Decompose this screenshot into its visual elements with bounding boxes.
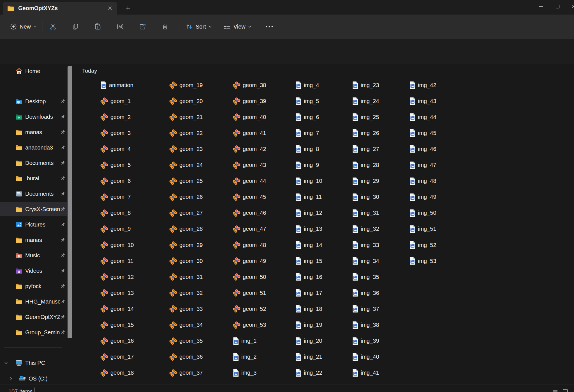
- file-item[interactable]: geom_8: [99, 208, 132, 218]
- sidebar-item-documents[interactable]: Documents: [0, 187, 67, 201]
- file-item[interactable]: geom_27: [168, 208, 204, 218]
- sidebar-item-hhg-manusc[interactable]: HHG_Manusc: [0, 295, 67, 309]
- file-item[interactable]: img_9: [293, 160, 321, 170]
- file-item[interactable]: geom_25: [168, 176, 204, 186]
- file-item[interactable]: img_43: [408, 96, 438, 106]
- file-item[interactable]: geom_34: [168, 320, 204, 330]
- file-item[interactable]: img_40: [350, 352, 381, 362]
- file-item[interactable]: geom_7: [99, 192, 132, 202]
- file-item[interactable]: img_24: [350, 96, 381, 106]
- paste-button[interactable]: [90, 19, 106, 34]
- sidebar-item-burai[interactable]: .burai: [0, 171, 67, 185]
- sidebar-item-pyfock[interactable]: pyfock: [0, 279, 67, 293]
- file-item[interactable]: geom_33: [168, 304, 204, 314]
- file-item[interactable]: geom_35: [168, 336, 204, 346]
- details-view-icon[interactable]: [552, 388, 559, 392]
- cut-button[interactable]: [45, 19, 61, 34]
- file-item[interactable]: geom_32: [168, 288, 204, 298]
- large-icons-view-icon[interactable]: [562, 388, 569, 392]
- file-item[interactable]: img_42: [408, 80, 438, 90]
- file-item[interactable]: geom_28: [168, 224, 204, 234]
- file-item[interactable]: geom_36: [168, 352, 204, 362]
- file-item[interactable]: img_37: [350, 304, 381, 314]
- file-item[interactable]: img_38: [350, 320, 381, 330]
- file-item[interactable]: geom_39: [231, 96, 268, 106]
- copy-button[interactable]: [68, 19, 83, 34]
- rename-button[interactable]: [112, 19, 128, 34]
- view-button[interactable]: View: [219, 19, 255, 34]
- delete-button[interactable]: [157, 19, 173, 34]
- file-item[interactable]: img_33: [350, 240, 381, 250]
- file-item[interactable]: img_25: [350, 112, 381, 122]
- file-item[interactable]: img_12: [293, 208, 324, 218]
- file-item[interactable]: geom_18: [99, 368, 135, 378]
- file-item[interactable]: img_10: [293, 176, 324, 186]
- file-item[interactable]: geom_14: [99, 304, 135, 314]
- file-item[interactable]: geom_46: [231, 208, 268, 218]
- tab-close-icon[interactable]: [105, 4, 114, 13]
- file-item[interactable]: animation: [99, 80, 135, 90]
- file-item[interactable]: img_51: [408, 224, 438, 234]
- file-item[interactable]: img_23: [350, 80, 381, 90]
- file-item[interactable]: img_45: [408, 128, 438, 138]
- sidebar-item-desktop[interactable]: Desktop: [0, 94, 67, 108]
- file-item[interactable]: img_30: [350, 192, 381, 202]
- file-item[interactable]: geom_42: [231, 144, 268, 154]
- file-item[interactable]: geom_3: [99, 128, 132, 138]
- share-button[interactable]: [135, 19, 151, 34]
- sidebar-item-os-c[interactable]: OS (C:): [0, 372, 67, 386]
- file-item[interactable]: img_47: [408, 160, 438, 170]
- file-item[interactable]: geom_19: [168, 80, 204, 90]
- sidebar-item-pictures[interactable]: Pictures: [0, 218, 67, 232]
- file-item[interactable]: img_20: [293, 336, 324, 346]
- more-options-button[interactable]: [261, 19, 277, 34]
- sidebar-item-manas[interactable]: manas: [0, 233, 67, 247]
- sidebar-scrollbar-thumb[interactable]: [68, 66, 72, 338]
- file-item[interactable]: img_39: [350, 336, 381, 346]
- file-item[interactable]: img_53: [408, 256, 438, 266]
- file-item[interactable]: geom_29: [168, 240, 204, 250]
- file-item[interactable]: img_19: [293, 320, 324, 330]
- close-button[interactable]: [566, 0, 574, 13]
- file-item[interactable]: geom_12: [99, 272, 135, 282]
- file-item[interactable]: img_48: [408, 176, 438, 186]
- file-item[interactable]: img_44: [408, 112, 438, 122]
- file-item[interactable]: geom_15: [99, 320, 135, 330]
- sidebar-item-music[interactable]: Music: [0, 248, 67, 262]
- file-item[interactable]: geom_2: [99, 112, 132, 122]
- file-item[interactable]: geom_24: [168, 160, 204, 170]
- file-item[interactable]: geom_6: [99, 176, 132, 186]
- file-item[interactable]: geom_44: [231, 176, 268, 186]
- sidebar-item-videos[interactable]: Videos: [0, 264, 67, 278]
- file-item[interactable]: img_11: [293, 192, 323, 202]
- file-item[interactable]: img_7: [293, 128, 321, 138]
- file-item[interactable]: img_1: [231, 336, 258, 346]
- group-header-today[interactable]: Today: [82, 68, 97, 74]
- file-item[interactable]: img_17: [293, 288, 324, 298]
- sidebar-item-geomoptxyz[interactable]: GeomOptXYZ: [0, 310, 67, 324]
- file-item[interactable]: img_22: [293, 368, 324, 378]
- file-item[interactable]: geom_17: [99, 352, 135, 362]
- file-item[interactable]: img_26: [350, 128, 381, 138]
- file-item[interactable]: geom_1: [99, 96, 132, 106]
- new-button[interactable]: New: [6, 19, 40, 34]
- file-item[interactable]: img_3: [231, 368, 258, 378]
- file-item[interactable]: geom_16: [99, 336, 135, 346]
- file-item[interactable]: geom_31: [168, 272, 204, 282]
- file-item[interactable]: img_31: [350, 208, 381, 218]
- file-item[interactable]: img_18: [293, 304, 324, 314]
- file-item[interactable]: geom_30: [168, 256, 204, 266]
- file-item[interactable]: img_14: [293, 240, 324, 250]
- file-item[interactable]: img_35: [350, 272, 381, 282]
- file-item[interactable]: img_29: [350, 176, 381, 186]
- file-item[interactable]: geom_26: [168, 192, 204, 202]
- file-item[interactable]: img_13: [293, 224, 324, 234]
- sidebar-item-anaconda3[interactable]: anaconda3: [0, 141, 67, 155]
- chevron-down-icon[interactable]: [4, 361, 8, 365]
- file-item[interactable]: geom_45: [231, 192, 268, 202]
- file-item[interactable]: geom_52: [231, 304, 268, 314]
- file-item[interactable]: img_5: [293, 96, 321, 106]
- file-item[interactable]: img_8: [293, 144, 321, 154]
- file-item[interactable]: geom_47: [231, 224, 268, 234]
- file-item[interactable]: img_15: [293, 256, 324, 266]
